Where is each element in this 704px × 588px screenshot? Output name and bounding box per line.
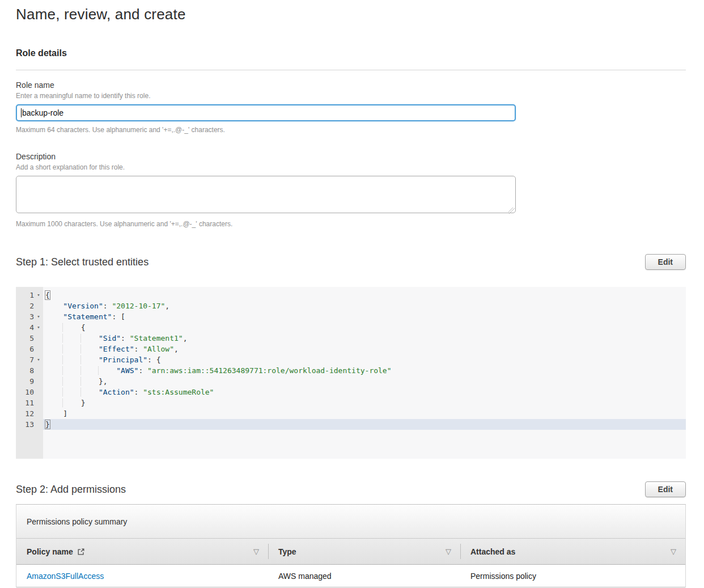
resize-handle-icon[interactable]: [508, 208, 515, 214]
fold-caret-slot: [34, 365, 43, 376]
indent-guide: [45, 399, 63, 407]
line-number: 5: [16, 333, 34, 344]
code-line[interactable]: "Effect": "Allow",: [43, 344, 686, 354]
code-token: :: [134, 388, 143, 396]
policy-type-cell: AWS managed: [268, 572, 460, 581]
fold-caret-slot: [34, 397, 43, 408]
indent-guide: [80, 366, 99, 375]
column-header-type: Type ▽: [268, 539, 460, 564]
code-token: :: [103, 302, 112, 310]
step1-edit-button[interactable]: Edit: [645, 254, 686, 270]
gutter-line: 3▾: [16, 311, 43, 322]
role-name-hint: Enter a meaningful name to identify this…: [16, 92, 686, 100]
code-line[interactable]: "Version": "2012-10-17",: [43, 301, 686, 311]
code-token: "sts:AssumeRole": [143, 388, 214, 396]
fold-caret-slot: [34, 376, 43, 387]
indent-guide: [45, 388, 63, 396]
code-line[interactable]: "Action": "sts:AssumeRole": [43, 387, 686, 397]
code-token: ,: [165, 302, 169, 310]
code-line[interactable]: {: [43, 290, 686, 301]
column-label: Attached as: [470, 547, 515, 556]
role-name-input[interactable]: [16, 104, 516, 121]
indent-guide: [45, 356, 63, 364]
code-token: ,: [183, 334, 188, 342]
code-line[interactable]: }: [43, 397, 686, 408]
fold-caret-icon[interactable]: ▾: [34, 354, 43, 365]
indent-guide: [45, 345, 63, 353]
role-details-section: Role details Role name Enter a meaningfu…: [16, 48, 686, 228]
line-number: 2: [16, 301, 34, 311]
step2-heading: Step 2: Add permissions: [16, 484, 126, 496]
policy-table-body: AmazonS3FullAccessAWS managedPermissions…: [16, 565, 685, 587]
indent-guide: [45, 377, 63, 386]
permissions-policy-panel: Permissions policy summary Policy name ▽: [16, 504, 686, 587]
line-number: 10: [16, 387, 34, 397]
filter-dropdown-icon[interactable]: ▽: [253, 547, 259, 556]
indent-guide: [62, 323, 80, 332]
fold-caret-icon[interactable]: ▾: [34, 322, 43, 333]
step2-section: Step 2: Add permissions Edit Permissions…: [16, 481, 686, 587]
policy-table-header: Policy name ▽ Type ▽ Attached a: [16, 539, 685, 565]
page-title: Name, review, and create: [16, 6, 686, 23]
fold-caret-slot: [34, 344, 43, 354]
line-number: 3: [16, 311, 34, 322]
filter-dropdown-icon[interactable]: ▽: [446, 547, 451, 556]
description-hint: Add a short explanation for this role.: [16, 163, 686, 171]
panel-header: Permissions policy summary: [16, 505, 685, 539]
fold-caret-slot: [34, 301, 43, 311]
indent-guide: [80, 345, 99, 353]
line-number: 13: [16, 419, 34, 430]
code-token: "Statement1": [130, 334, 183, 342]
code-token: "Action": [99, 388, 134, 396]
code-line[interactable]: }: [43, 419, 686, 430]
filter-dropdown-icon[interactable]: ▽: [671, 547, 676, 556]
code-line[interactable]: ]: [43, 408, 686, 419]
description-field: Description Add a short explanation for …: [16, 152, 686, 228]
code-line[interactable]: {: [43, 322, 686, 333]
gutter-line: 7▾: [16, 354, 43, 365]
panel-title: Permissions policy summary: [27, 517, 127, 526]
indent-guide: [45, 302, 63, 310]
line-number: 7: [16, 354, 34, 365]
gutter-line: 6: [16, 344, 43, 354]
column-label: Policy name: [27, 547, 73, 556]
indent-guide: [62, 334, 80, 342]
step1-heading: Step 1: Select trusted entities: [16, 256, 149, 268]
line-number: 11: [16, 397, 34, 408]
code-token: }: [81, 399, 86, 407]
step2-edit-button[interactable]: Edit: [645, 481, 686, 497]
policy-table-row: AmazonS3FullAccessAWS managedPermissions…: [16, 565, 685, 587]
fold-caret-slot: [34, 387, 43, 397]
code-line[interactable]: "Principal": {: [43, 354, 686, 365]
editor-code[interactable]: { "Version": "2012-10-17", "Statement": …: [43, 287, 686, 459]
indent-guide: [45, 323, 63, 332]
code-token: "AWS": [116, 366, 138, 375]
role-name-label: Role name: [16, 81, 686, 90]
code-token: "Statement": [63, 312, 112, 321]
code-token: ]: [63, 409, 67, 418]
column-header-policy-name: Policy name ▽: [16, 539, 268, 564]
policy-name-link[interactable]: AmazonS3FullAccess: [27, 572, 104, 581]
divider: [16, 70, 686, 70]
fold-caret-icon[interactable]: ▾: [34, 311, 43, 322]
code-line[interactable]: "AWS": "arn:aws:iam::541263489771:role/w…: [43, 365, 686, 376]
gutter-line: 12: [16, 408, 43, 419]
fold-caret-icon[interactable]: ▾: [34, 290, 43, 301]
column-label: Type: [278, 547, 296, 556]
code-token: : {: [147, 356, 160, 364]
code-token: {: [81, 323, 86, 332]
trust-policy-editor[interactable]: 1▾23▾4▾567▾8910111213 { "Version": "2012…: [16, 287, 686, 459]
code-line[interactable]: },: [43, 376, 686, 387]
code-line[interactable]: "Statement": [: [43, 311, 686, 322]
role-details-heading: Role details: [16, 48, 686, 58]
description-textarea[interactable]: [16, 176, 516, 213]
code-token: "Allow": [143, 345, 174, 353]
indent-guide: [62, 377, 80, 386]
gutter-line: 9: [16, 376, 43, 387]
code-token: :: [134, 345, 143, 353]
code-line[interactable]: "Sid": "Statement1",: [43, 333, 686, 344]
indent-guide: [80, 377, 99, 386]
description-constraint: Maximum 1000 characters. Use alphanumeri…: [16, 220, 686, 228]
gutter-line: 13: [16, 419, 43, 430]
gutter-line: 10: [16, 387, 43, 397]
